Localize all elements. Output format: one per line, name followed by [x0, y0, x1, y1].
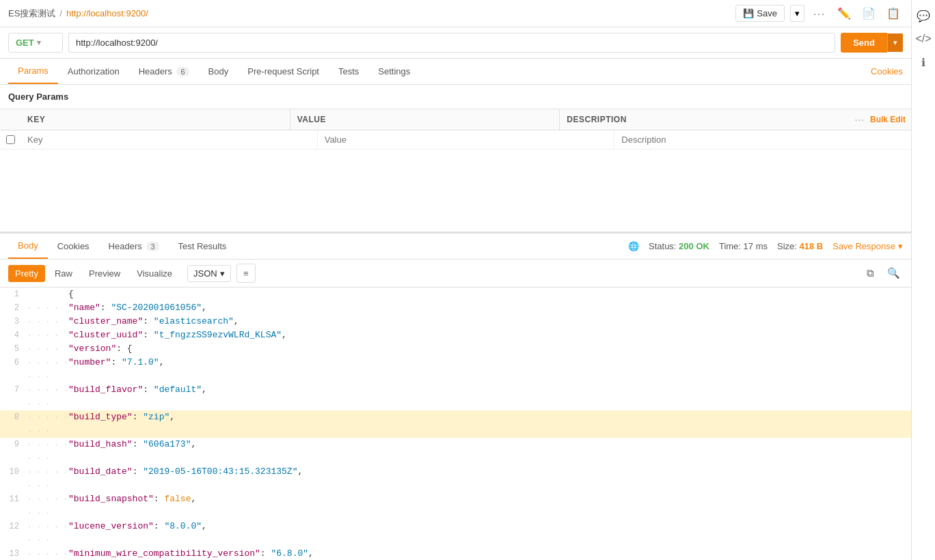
save-dropdown-button[interactable]: ▾: [790, 5, 804, 22]
json-line: 7· · · · · · · ·"build_flavor": "default…: [0, 383, 911, 410]
breadcrumb-url[interactable]: http://localhost:9200/: [66, 8, 148, 18]
tab-authorization[interactable]: Authorization: [58, 59, 129, 83]
doc-icon[interactable]: 📄: [859, 4, 878, 23]
col-action-dots[interactable]: ···: [854, 113, 865, 127]
send-dropdown-button[interactable]: ▾: [887, 33, 903, 52]
json-line: 11· · · · · · · ·"build_snapshot": false…: [0, 492, 911, 520]
value-input[interactable]: [325, 135, 608, 145]
breadcrumb-name[interactable]: ES搜索测试: [8, 8, 55, 20]
col-value-header: VALUE: [290, 109, 560, 130]
right-sidebar: 💬 </> ℹ: [911, 0, 935, 560]
more-button[interactable]: ···: [810, 4, 829, 23]
status-label: Status: 200 OK: [649, 241, 709, 251]
view-right-icons: ⧉ 🔍: [861, 264, 903, 283]
tab-headers[interactable]: Headers 6: [129, 59, 199, 83]
json-line: 6· · · · · · · ·"number": "7.1.0",: [0, 356, 911, 383]
json-line: 8· · · · · · · ·"build_type": "zip",: [0, 410, 911, 438]
params-empty-area: [0, 150, 911, 232]
json-line: 12· · · · · · · ·"lucene_version": "8.0.…: [0, 520, 911, 547]
save-button[interactable]: 💾 Save: [735, 5, 785, 22]
response-tab-headers[interactable]: Headers 3: [99, 234, 169, 258]
view-tab-raw[interactable]: Raw: [48, 265, 79, 282]
view-tab-visualize[interactable]: Visualize: [130, 265, 179, 282]
copy-response-icon[interactable]: ⧉: [861, 264, 880, 283]
json-line: 4· · · ·"cluster_uuid": "t_fngzzSS9ezvWL…: [0, 328, 911, 342]
breadcrumb-separator: /: [59, 8, 62, 18]
request-tabs: Params Authorization Headers 6 Body Pre-…: [0, 59, 911, 85]
comment-icon[interactable]: 💬: [913, 5, 934, 26]
json-line: 2· · · ·"name": "SC-202001061056",: [0, 301, 911, 315]
cookies-link[interactable]: Cookies: [871, 66, 903, 76]
url-bar: GET ▾ Send ▾: [0, 27, 911, 59]
query-params-label: Query Params: [0, 85, 911, 109]
send-button-group: Send ▾: [841, 33, 903, 53]
json-line: 13· · · · · · · ·"minimum_wire_compatibi…: [0, 547, 911, 560]
response-tabs: Body Cookies Headers 3 Test Results 🌐 St…: [0, 234, 911, 260]
json-viewer: 1{2· · · ·"name": "SC-202001061056",3· ·…: [0, 288, 911, 560]
method-arrow: ▾: [37, 38, 41, 47]
tab-settings[interactable]: Settings: [368, 59, 420, 83]
col-key-header: KEY: [21, 109, 290, 130]
json-line: 10· · · · · · · ·"build_date": "2019-05-…: [0, 465, 911, 492]
row-checkbox[interactable]: [6, 135, 15, 144]
format-select[interactable]: JSON ▾: [187, 265, 231, 282]
send-button[interactable]: Send: [841, 33, 887, 53]
edit-icon[interactable]: ✏️: [835, 4, 854, 23]
view-tab-pretty[interactable]: Pretty: [8, 265, 45, 282]
tab-body[interactable]: Body: [199, 59, 239, 83]
size-info: Size: 418 B: [777, 241, 823, 251]
tab-prerequest[interactable]: Pre-request Script: [238, 59, 329, 83]
json-line: 1{: [0, 288, 911, 301]
key-input[interactable]: [27, 135, 310, 145]
save-response-button[interactable]: Save Response ▾: [832, 241, 903, 251]
filter-button[interactable]: ≡: [236, 264, 256, 283]
response-area: Body Cookies Headers 3 Test Results 🌐 St…: [0, 232, 911, 560]
col-desc-header: DESCRIPTION: [559, 109, 829, 130]
copy-icon[interactable]: 📋: [884, 4, 903, 23]
json-line: 9· · · · · · · ·"build_hash": "606a173",: [0, 438, 911, 465]
method-select[interactable]: GET ▾: [8, 33, 63, 53]
col-actions-header: ··· Bulk Edit: [829, 113, 911, 127]
json-line: 5· · · ·"version": {: [0, 342, 911, 356]
code-icon[interactable]: </>: [913, 29, 934, 49]
search-response-icon[interactable]: 🔍: [884, 264, 903, 283]
view-tab-preview[interactable]: Preview: [82, 265, 127, 282]
url-input[interactable]: [68, 33, 835, 53]
params-table-header: KEY VALUE DESCRIPTION ··· Bulk Edit: [0, 109, 911, 130]
tab-tests[interactable]: Tests: [329, 59, 368, 83]
bulk-edit-button[interactable]: Bulk Edit: [870, 115, 906, 124]
tab-params[interactable]: Params: [8, 59, 58, 84]
top-bar: ES搜索测试 / http://localhost:9200/ 💾 Save ▾…: [0, 0, 911, 27]
response-tab-test-results[interactable]: Test Results: [169, 234, 236, 258]
method-label: GET: [16, 38, 34, 48]
response-tab-cookies[interactable]: Cookies: [48, 234, 99, 258]
response-status-bar: 🌐 Status: 200 OK Time: 17 ms Size: 418 B…: [628, 241, 903, 251]
save-label: Save: [757, 8, 777, 18]
view-tabs: Pretty Raw Preview Visualize JSON ▾ ≡ ⧉ …: [0, 260, 911, 288]
globe-icon: 🌐: [628, 241, 639, 251]
response-tab-body[interactable]: Body: [8, 234, 48, 259]
status-value: 200 OK: [679, 241, 709, 251]
params-table-row: [0, 130, 911, 150]
info-icon[interactable]: ℹ: [913, 52, 934, 72]
time-info: Time: 17 ms: [719, 241, 768, 251]
json-line: 3· · · ·"cluster_name": "elasticsearch",: [0, 315, 911, 328]
desc-input[interactable]: [621, 135, 904, 145]
